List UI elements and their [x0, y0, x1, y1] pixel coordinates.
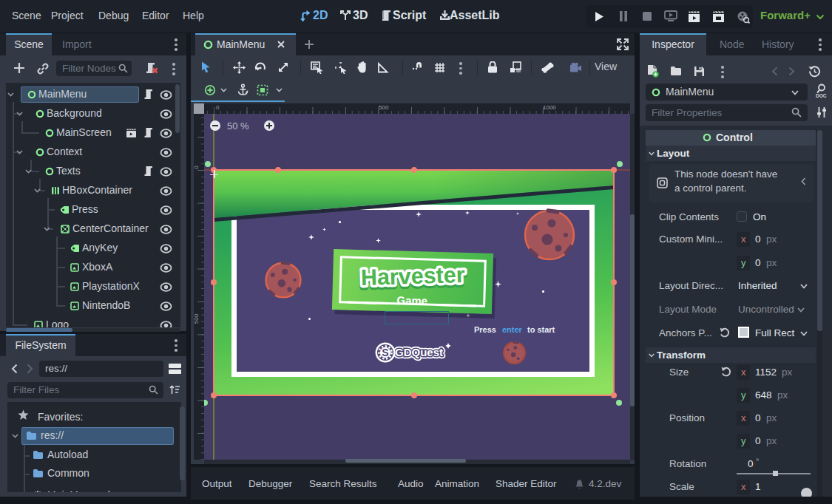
svg-text:S: S: [382, 347, 388, 358]
svg-text:GDQuest: GDQuest: [395, 346, 443, 358]
svg-text:DOC: DOC: [816, 93, 827, 98]
svg-text:Harvester: Harvester: [360, 262, 465, 290]
